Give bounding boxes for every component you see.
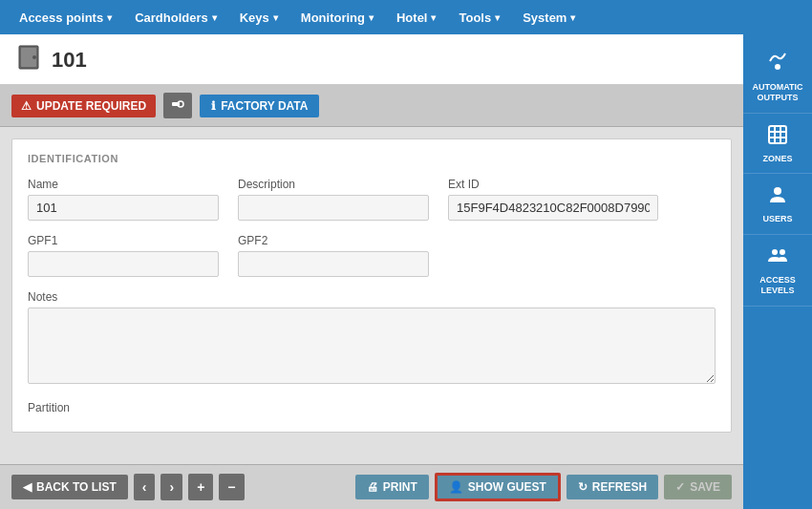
nav-tools[interactable]: Tools ▾ — [447, 0, 511, 34]
zones-label: ZONES — [762, 154, 792, 164]
nav-system-label: System — [523, 11, 566, 25]
print-icon: 🖨 — [367, 480, 378, 494]
add-icon: + — [197, 479, 204, 495]
extid-input[interactable] — [448, 195, 658, 221]
remove-button[interactable]: − — [219, 474, 244, 500]
desc-group: Description — [238, 178, 429, 221]
content-area: 101 ⚠ UPDATE REQUIRED ℹ FACTORY DATA ID — [0, 34, 743, 509]
nav-cardholders[interactable]: Cardholders ▾ — [123, 0, 228, 34]
check-icon: ✓ — [675, 480, 685, 494]
back-icon: ◀ — [23, 480, 32, 494]
nav-monitoring-label: Monitoring — [301, 11, 365, 25]
update-required-button[interactable]: ⚠ UPDATE REQUIRED — [11, 95, 156, 117]
prev-button[interactable]: ‹ — [134, 474, 156, 500]
name-group: Name — [28, 178, 219, 221]
access-levels-icon — [766, 244, 789, 271]
page-header: 101 — [0, 34, 743, 85]
extid-label: Ext ID — [448, 178, 658, 191]
gpf2-group: GPF2 — [238, 234, 429, 277]
nav-access-points-label: Access points — [19, 11, 103, 25]
nav-hotel[interactable]: Hotel ▾ — [385, 0, 448, 34]
notes-group: Notes — [28, 290, 716, 384]
partition-label: Partition — [28, 397, 716, 418]
nav-keys-arrow: ▾ — [273, 12, 278, 23]
gpf1-group: GPF1 — [28, 234, 219, 277]
guest-icon: 👤 — [449, 480, 463, 494]
name-input[interactable] — [28, 195, 219, 221]
sidebar-automatic-outputs[interactable]: AUTOMATIC OUTPUTS — [743, 38, 812, 114]
desc-input[interactable] — [238, 195, 429, 221]
back-to-list-label: BACK TO LIST — [36, 480, 117, 494]
bottom-bar: ◀ BACK TO LIST ‹ › + − 🖨 — [0, 464, 743, 509]
sidebar-zones[interactable]: ZONES — [743, 114, 812, 175]
nav-access-points-arrow: ▾ — [107, 12, 112, 23]
row-1: Name Description Ext ID — [28, 178, 716, 221]
svg-point-12 — [772, 249, 778, 255]
add-button[interactable]: + — [188, 474, 213, 500]
nav-cardholders-label: Cardholders — [135, 11, 208, 25]
svg-rect-6 — [769, 126, 786, 143]
svg-point-11 — [774, 187, 781, 195]
top-navigation: Access points ▾ Cardholders ▾ Keys ▾ Mon… — [0, 0, 812, 34]
refresh-label: REFRESH — [592, 480, 647, 494]
print-button[interactable]: 🖨 PRINT — [355, 475, 429, 499]
key-button[interactable] — [163, 93, 192, 118]
show-guest-label: SHOW GUEST — [468, 480, 546, 494]
update-required-label: UPDATE REQUIRED — [36, 99, 146, 113]
extid-group: Ext ID — [448, 178, 658, 221]
sidebar-access-levels[interactable]: ACCESS LEVELS — [743, 235, 812, 307]
main-container: 101 ⚠ UPDATE REQUIRED ℹ FACTORY DATA ID — [0, 34, 812, 509]
next-button[interactable]: › — [160, 474, 182, 500]
warning-icon: ⚠ — [21, 99, 32, 113]
back-to-list-button[interactable]: ◀ BACK TO LIST — [11, 475, 128, 499]
nav-monitoring[interactable]: Monitoring ▾ — [289, 0, 385, 34]
nav-hotel-arrow: ▾ — [431, 12, 436, 23]
factory-data-label: FACTORY DATA — [221, 99, 308, 113]
form-area: IDENTIFICATION Name Description Ext ID — [0, 127, 743, 464]
show-guest-button[interactable]: 👤 SHOW GUEST — [435, 473, 561, 501]
info-icon: ℹ — [211, 99, 216, 113]
users-label: USERS — [762, 214, 792, 224]
right-sidebar: AUTOMATIC OUTPUTS ZONES USE — [743, 34, 812, 509]
identification-section: IDENTIFICATION Name Description Ext ID — [11, 138, 732, 433]
page-title: 101 — [52, 48, 87, 73]
svg-point-5 — [775, 64, 780, 70]
zones-icon — [766, 123, 789, 150]
nav-system-arrow: ▾ — [570, 12, 575, 23]
refresh-icon: ↻ — [578, 480, 588, 494]
save-button: ✓ SAVE — [664, 475, 732, 499]
nav-hotel-label: Hotel — [396, 11, 428, 25]
svg-point-13 — [780, 249, 785, 255]
save-label: SAVE — [690, 480, 720, 494]
row-2: GPF1 GPF2 — [28, 234, 716, 277]
sidebar-users[interactable]: USERS — [743, 174, 812, 235]
nav-monitoring-arrow: ▾ — [369, 12, 374, 23]
row-3: Notes — [28, 290, 716, 384]
notes-label: Notes — [28, 290, 716, 304]
nav-keys[interactable]: Keys ▾ — [228, 0, 289, 34]
refresh-button[interactable]: ↻ REFRESH — [566, 475, 658, 499]
section-title: IDENTIFICATION — [28, 153, 716, 164]
gpf1-input[interactable] — [28, 251, 219, 277]
next-icon: › — [169, 479, 174, 495]
nav-system[interactable]: System ▾ — [511, 0, 587, 34]
prev-icon: ‹ — [142, 479, 147, 495]
notes-textarea[interactable] — [28, 308, 716, 384]
print-label: PRINT — [383, 480, 417, 494]
gpf2-label: GPF2 — [238, 234, 429, 247]
users-icon — [766, 183, 789, 210]
bottom-left: ◀ BACK TO LIST ‹ › + − — [11, 474, 245, 500]
toolbar: ⚠ UPDATE REQUIRED ℹ FACTORY DATA — [0, 85, 743, 127]
automatic-outputs-label: AUTOMATIC OUTPUTS — [752, 82, 802, 103]
nav-keys-label: Keys — [240, 11, 269, 25]
door-icon — [15, 44, 42, 76]
automatic-outputs-icon — [764, 48, 791, 78]
nav-cardholders-arrow: ▾ — [212, 12, 217, 23]
nav-access-points[interactable]: Access points ▾ — [8, 0, 123, 34]
svg-point-2 — [32, 55, 36, 59]
minus-icon: − — [227, 479, 235, 495]
factory-data-button[interactable]: ℹ FACTORY DATA — [200, 95, 319, 117]
gpf2-input[interactable] — [238, 251, 429, 277]
name-label: Name — [28, 178, 219, 191]
desc-label: Description — [238, 178, 429, 191]
